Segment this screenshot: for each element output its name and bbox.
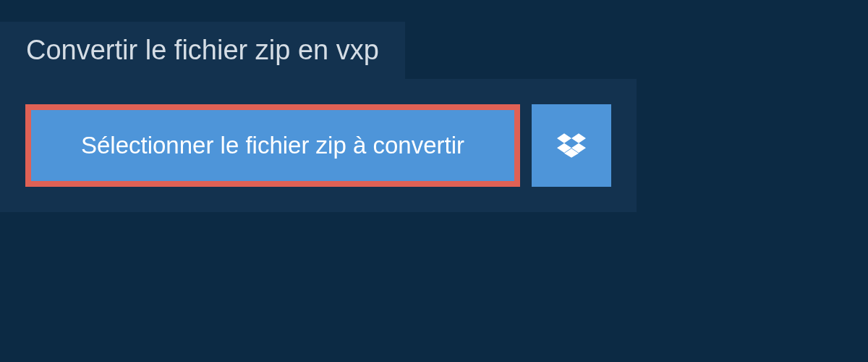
title-text: Convertir le fichier zip en vxp xyxy=(26,35,379,65)
converter-container: Convertir le fichier zip en vxp Sélectio… xyxy=(0,0,868,212)
dropbox-icon xyxy=(557,131,586,160)
dropbox-button[interactable] xyxy=(532,104,611,187)
select-file-label: Sélectionner le fichier zip à convertir xyxy=(81,132,464,159)
upload-panel: Sélectionner le fichier zip à convertir xyxy=(0,79,637,212)
select-file-button[interactable]: Sélectionner le fichier zip à convertir xyxy=(25,104,520,187)
page-title: Convertir le fichier zip en vxp xyxy=(0,22,405,79)
